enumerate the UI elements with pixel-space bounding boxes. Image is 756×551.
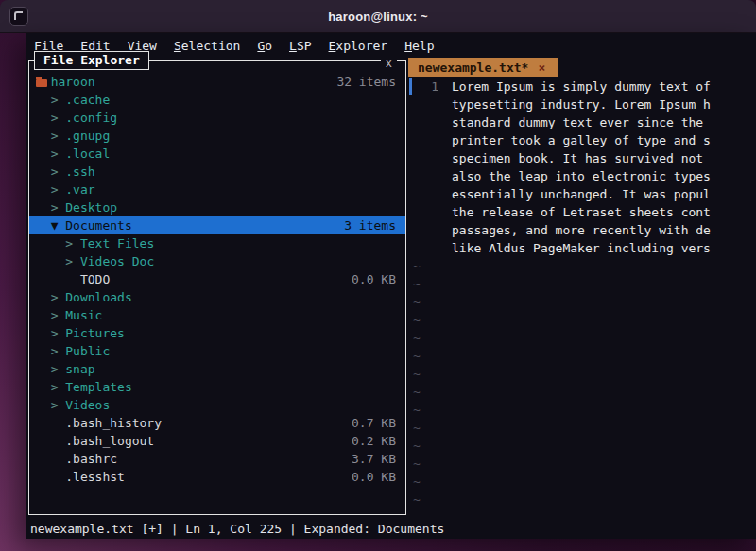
tree-item-label: .bash_logout bbox=[65, 432, 154, 450]
tree-item--bash-history[interactable]: .bash_history0.7 KB bbox=[29, 414, 405, 432]
collapsed-arrow-icon: > bbox=[51, 360, 66, 378]
tree-item-label: Templates bbox=[65, 378, 131, 396]
tree-item-music[interactable]: >Music bbox=[29, 306, 405, 324]
tree-item-label: Videos Doc bbox=[80, 252, 154, 270]
tilde-marker: ~ bbox=[408, 293, 421, 311]
tree-item-downloads[interactable]: >Downloads bbox=[29, 288, 405, 306]
tilde-marker: ~ bbox=[408, 419, 421, 437]
menu-go[interactable]: Go bbox=[251, 37, 284, 55]
line-number-gutter: 1 bbox=[408, 77, 452, 95]
tree-item--config[interactable]: >.config bbox=[29, 109, 405, 127]
empty-line: ~ bbox=[408, 293, 756, 311]
tree-item-documents[interactable]: ▼Documents3 items bbox=[29, 216, 405, 234]
panel-close-button[interactable]: x bbox=[381, 57, 397, 70]
tab-close-icon[interactable]: × bbox=[538, 60, 545, 75]
tree-item--lesshst[interactable]: .lesshst0.0 KB bbox=[29, 468, 405, 486]
collapsed-arrow-icon: > bbox=[51, 145, 66, 163]
code-text: typesetting industry. Lorem Ipsum h bbox=[452, 95, 711, 113]
code-line: passages, and more recently with de bbox=[408, 221, 756, 239]
status-text: newexample.txt [+] | Ln 1, Col 225 | Exp… bbox=[30, 522, 444, 536]
tree-item--ssh[interactable]: >.ssh bbox=[29, 163, 405, 181]
collapsed-arrow-icon: > bbox=[51, 306, 66, 324]
collapsed-arrow-icon: > bbox=[51, 324, 66, 342]
code-line: specimen book. It has survived not bbox=[408, 149, 756, 167]
tree-item-videos-doc[interactable]: >Videos Doc bbox=[29, 252, 405, 270]
menu-explorer[interactable]: Explorer bbox=[323, 37, 400, 55]
menu-lsp[interactable]: LSP bbox=[284, 37, 322, 55]
line-number-gutter bbox=[408, 185, 452, 203]
tab-newexample[interactable]: newexample.txt* × bbox=[408, 58, 558, 77]
tree-item-templates[interactable]: >Templates bbox=[29, 378, 405, 396]
tilde-marker: ~ bbox=[408, 491, 421, 508]
tree-item-todo[interactable]: TODO0.0 KB bbox=[29, 270, 405, 288]
tree-item-text-files[interactable]: >Text Files bbox=[29, 234, 405, 252]
collapsed-arrow-icon: > bbox=[51, 378, 66, 396]
tree-item--bashrc[interactable]: .bashrc3.7 KB bbox=[29, 450, 405, 468]
tilde-marker: ~ bbox=[408, 437, 421, 455]
tree-item-label: .ssh bbox=[65, 163, 94, 181]
tree-item-label: Desktop bbox=[65, 198, 117, 216]
tree-item-label: .cache bbox=[65, 91, 110, 109]
tree-item-label: Music bbox=[65, 306, 102, 324]
tree-item--var[interactable]: >.var bbox=[29, 181, 405, 198]
collapsed-arrow-icon: > bbox=[65, 252, 80, 270]
code-text: standard dummy text ever since the bbox=[452, 113, 711, 131]
line-number-gutter bbox=[408, 167, 452, 185]
tilde-marker: ~ bbox=[408, 383, 421, 401]
tree-item-label: .bashrc bbox=[65, 450, 117, 468]
empty-line: ~ bbox=[408, 455, 756, 473]
collapsed-arrow-icon: > bbox=[51, 163, 66, 181]
empty-line: ~ bbox=[408, 419, 756, 437]
terminal-window: FileEditViewSelectionGoLSPExplorerHelp F… bbox=[26, 33, 756, 539]
code-text: specimen book. It has survived not bbox=[452, 149, 711, 167]
tree-item--cache[interactable]: >.cache bbox=[29, 91, 405, 109]
tree-item-snap[interactable]: >snap bbox=[29, 360, 405, 378]
code-text: Lorem Ipsum is simply dummy text of bbox=[452, 77, 711, 95]
tree-item-pictures[interactable]: >Pictures bbox=[29, 324, 405, 342]
editor-area: newexample.txt* × 1Lorem Ipsum is simply… bbox=[408, 58, 756, 518]
tree-item-public[interactable]: >Public bbox=[29, 342, 405, 360]
tree-item--local[interactable]: >.local bbox=[29, 145, 405, 163]
file-explorer-title: File Explorer bbox=[34, 51, 149, 70]
tree-item-label: Documents bbox=[65, 216, 131, 234]
empty-line: ~ bbox=[408, 383, 756, 401]
tree-item-meta: 0.0 KB bbox=[352, 468, 396, 486]
line-number-gutter bbox=[408, 221, 452, 239]
tree-item-videos[interactable]: >Videos bbox=[29, 396, 405, 414]
tree-item-meta: 3.7 KB bbox=[352, 450, 396, 468]
collapsed-arrow-icon: > bbox=[51, 288, 66, 306]
tilde-marker: ~ bbox=[408, 275, 421, 293]
collapsed-arrow-icon: > bbox=[51, 342, 66, 360]
tree-item--gnupg[interactable]: >.gnupg bbox=[29, 127, 405, 145]
tree-item-haroon[interactable]: haroon32 items bbox=[29, 73, 405, 91]
tree-item-meta: 0.7 KB bbox=[352, 414, 396, 432]
tree-item-label: haroon bbox=[51, 73, 95, 91]
tree-item-desktop[interactable]: >Desktop bbox=[29, 198, 405, 216]
tree-item-meta: 3 items bbox=[344, 216, 396, 234]
terminal-icon[interactable] bbox=[9, 7, 28, 26]
collapsed-arrow-icon: > bbox=[65, 234, 80, 252]
menu-help[interactable]: Help bbox=[399, 37, 445, 55]
line-number-gutter bbox=[408, 239, 452, 257]
editor-tabbar: newexample.txt* × bbox=[408, 58, 756, 77]
tree-item-label: Videos bbox=[65, 396, 110, 414]
tree-item-label: Pictures bbox=[65, 324, 125, 342]
tree-item-label: .gnupg bbox=[65, 127, 110, 145]
tilde-marker: ~ bbox=[408, 455, 421, 473]
tree-item--bash-logout[interactable]: .bash_logout0.2 KB bbox=[29, 432, 405, 450]
tree-item-label: .var bbox=[65, 181, 94, 198]
tree-item-meta: 0.2 KB bbox=[352, 432, 396, 450]
file-tree: haroon32 items>.cache>.config>.gnupg>.lo… bbox=[29, 73, 405, 511]
empty-line: ~ bbox=[408, 275, 756, 293]
editor-content[interactable]: 1Lorem Ipsum is simply dummy text oftype… bbox=[408, 77, 756, 518]
code-line: like Aldus PageMaker including vers bbox=[408, 239, 756, 257]
tree-item-label: .config bbox=[65, 109, 117, 127]
line-number-gutter bbox=[408, 95, 452, 113]
collapsed-arrow-icon: > bbox=[51, 109, 66, 127]
code-text: the release of Letraset sheets cont bbox=[452, 203, 711, 221]
code-line: the release of Letraset sheets cont bbox=[408, 203, 756, 221]
code-text: printer took a galley of type and s bbox=[452, 131, 711, 149]
empty-line: ~ bbox=[408, 347, 756, 365]
menu-selection[interactable]: Selection bbox=[168, 37, 251, 55]
tree-item-label: Text Files bbox=[80, 234, 154, 252]
